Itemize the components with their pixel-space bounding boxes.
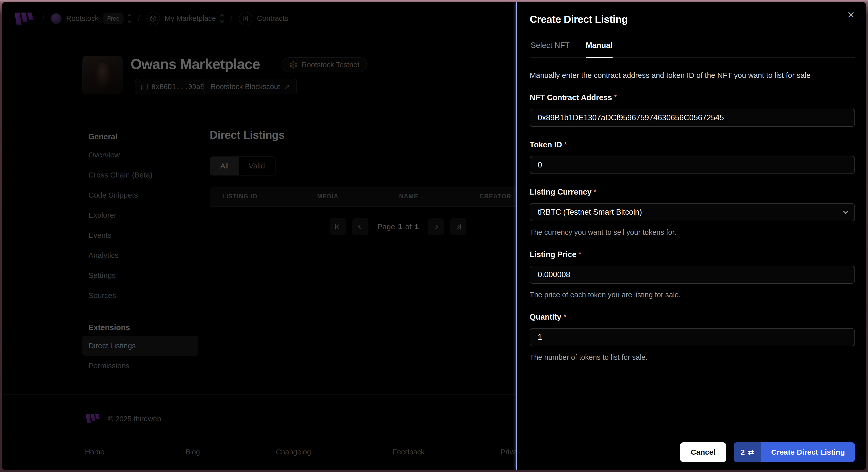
- listing-price-input[interactable]: [530, 265, 855, 284]
- quantity-helper: The number of tokens to list for sale.: [530, 353, 855, 361]
- listing-currency-value: tRBTC (Testnet Smart Bitcoin): [538, 208, 642, 217]
- listing-currency-helper: The currency you want to sell your token…: [530, 228, 855, 237]
- token-id-label: Token ID*: [530, 140, 855, 149]
- create-direct-listing-button[interactable]: Create Direct Listing: [761, 442, 855, 462]
- create-direct-listing-drawer: ✕ Create Direct Listing Select NFT Manua…: [516, 2, 866, 470]
- field-quantity: Quantity* The number of tokens to list f…: [530, 313, 855, 361]
- quantity-label: Quantity*: [530, 313, 855, 322]
- close-icon[interactable]: ✕: [845, 8, 857, 22]
- drawer-description: Manually enter the contract address and …: [530, 71, 855, 80]
- contract-address-input[interactable]: [530, 109, 855, 127]
- quantity-input[interactable]: [530, 328, 855, 346]
- contract-address-label: NFT Contract Address*: [530, 93, 855, 102]
- cancel-button[interactable]: Cancel: [680, 442, 726, 462]
- drawer-tabs: Select NFT Manual: [530, 41, 855, 58]
- tx-count-button[interactable]: 2 ⇄: [734, 442, 761, 462]
- field-token-id: Token ID*: [530, 140, 855, 174]
- app-window: / Rootstock Free / My Marketplace /: [2, 2, 866, 470]
- chevron-down-icon: [843, 209, 848, 214]
- listing-price-helper: The price of each token you are listing …: [530, 291, 855, 299]
- tab-manual[interactable]: Manual: [586, 41, 613, 58]
- swap-arrows-icon: ⇄: [748, 448, 754, 457]
- field-listing-price: Listing Price* The price of each token y…: [530, 250, 855, 299]
- submit-button-group: 2 ⇄ Create Direct Listing: [734, 442, 855, 462]
- drawer-title: Create Direct Listing: [530, 13, 855, 25]
- tx-count-value: 2: [741, 448, 745, 457]
- token-id-input[interactable]: [530, 156, 855, 174]
- tab-select-nft[interactable]: Select NFT: [531, 41, 569, 58]
- field-contract-address: NFT Contract Address*: [530, 93, 855, 127]
- listing-currency-select[interactable]: tRBTC (Testnet Smart Bitcoin): [530, 203, 855, 221]
- listing-currency-label: Listing Currency*: [530, 188, 855, 197]
- field-listing-currency: Listing Currency* tRBTC (Testnet Smart B…: [530, 188, 855, 237]
- drawer-actions: Cancel 2 ⇄ Create Direct Listing: [680, 442, 855, 462]
- listing-price-label: Listing Price*: [530, 250, 855, 259]
